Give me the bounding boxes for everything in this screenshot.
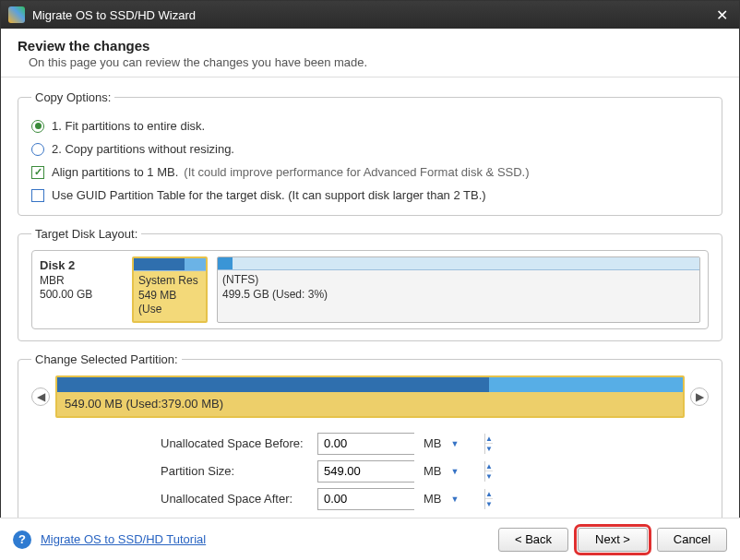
disk-scheme: MBR xyxy=(40,274,123,289)
page-header: Review the changes On this page you can … xyxy=(1,29,739,77)
spin-up-icon[interactable]: ▲ xyxy=(485,489,493,500)
selected-partition-label: 549.00 MB (Used:379.00 MB) xyxy=(57,392,683,416)
prev-partition-button[interactable]: ◀ xyxy=(31,387,50,406)
option-align-partitions[interactable]: ✓ Align partitions to 1 MB. (It could im… xyxy=(31,165,709,179)
checkbox-icon: ✓ xyxy=(31,166,44,179)
unalloc-after-input[interactable]: ▲▼ xyxy=(317,488,414,510)
disk-layout: Disk 2 MBR 500.00 GB System Res 549 MB (… xyxy=(31,250,709,329)
selected-partition-block[interactable]: 549.00 MB (Used:379.00 MB) xyxy=(55,375,685,418)
page-title: Review the changes xyxy=(18,38,722,54)
next-partition-button[interactable]: ▶ xyxy=(690,387,709,406)
unit-label: MB xyxy=(424,492,442,506)
option-fit-partitions[interactable]: 1. Fit partitions to entire disk. xyxy=(31,119,709,133)
unit-dropdown[interactable]: ▼ xyxy=(448,439,463,448)
disk-name: Disk 2 xyxy=(40,258,123,274)
disk-size: 500.00 GB xyxy=(40,288,123,303)
titlebar: Migrate OS to SSD/HD Wizard ✕ xyxy=(1,1,739,29)
unalloc-before-input[interactable]: ▲▼ xyxy=(317,433,414,455)
spin-down-icon[interactable]: ▼ xyxy=(485,471,493,482)
unit-label: MB xyxy=(424,436,442,450)
close-icon[interactable]: ✕ xyxy=(712,6,732,24)
footer: ? Migrate OS to SSD/HD Tutorial < Back N… xyxy=(0,518,740,560)
partition-name: (NTFS) xyxy=(222,273,695,288)
unalloc-after-label: Unallocated Space After: xyxy=(161,492,317,506)
target-disk-layout-legend: Target Disk Layout: xyxy=(31,227,141,241)
option-hint: (It could improve performance for Advanc… xyxy=(184,165,529,179)
spin-down-icon[interactable]: ▼ xyxy=(485,499,493,509)
help-icon[interactable]: ? xyxy=(13,530,31,549)
spin-up-icon[interactable]: ▲ xyxy=(485,434,493,445)
partition-ntfs[interactable]: (NTFS) 499.5 GB (Used: 3%) xyxy=(217,256,700,323)
page-subtitle: On this page you can review the changes … xyxy=(29,55,722,69)
next-button[interactable]: Next > xyxy=(578,528,648,552)
spin-down-icon[interactable]: ▼ xyxy=(485,444,493,454)
option-label: 1. Fit partitions to entire disk. xyxy=(52,119,205,133)
partition-sub: 499.5 GB (Used: 3%) xyxy=(222,288,695,303)
partition-sub: 549 MB (Use xyxy=(138,289,201,317)
unit-dropdown[interactable]: ▼ xyxy=(448,494,463,504)
app-icon xyxy=(8,6,25,23)
change-partition-group: Change Selected Partition: ◀ 549.00 MB (… xyxy=(18,352,722,528)
radio-icon xyxy=(31,120,44,133)
disk-info: Disk 2 MBR 500.00 GB xyxy=(40,256,123,323)
window-title: Migrate OS to SSD/HD Wizard xyxy=(32,8,196,22)
unit-dropdown[interactable]: ▼ xyxy=(448,467,463,476)
checkbox-icon: ✓ xyxy=(31,189,44,202)
spin-up-icon[interactable]: ▲ xyxy=(485,461,493,472)
radio-icon xyxy=(31,143,44,156)
partition-size-input[interactable]: ▲▼ xyxy=(317,460,414,483)
partition-size-label: Partition Size: xyxy=(161,464,317,478)
copy-options-legend: Copy Options: xyxy=(31,90,114,104)
unit-label: MB xyxy=(424,464,442,478)
option-copy-without-resizing[interactable]: 2. Copy partitions without resizing. xyxy=(31,142,709,156)
change-partition-legend: Change Selected Partition: xyxy=(31,352,182,366)
copy-options-group: Copy Options: 1. Fit partitions to entir… xyxy=(18,90,722,216)
option-label: 2. Copy partitions without resizing. xyxy=(52,142,234,156)
target-disk-layout-group: Target Disk Layout: Disk 2 MBR 500.00 GB… xyxy=(18,227,722,341)
back-button[interactable]: < Back xyxy=(498,528,568,552)
partition-system-reserved[interactable]: System Res 549 MB (Use xyxy=(132,256,208,323)
tutorial-link[interactable]: Migrate OS to SSD/HD Tutorial xyxy=(41,532,206,546)
partition-usage-bar xyxy=(57,377,683,392)
partition-usage-bar xyxy=(218,257,699,270)
option-label: Use GUID Partition Table for the target … xyxy=(52,188,486,202)
cancel-button[interactable]: Cancel xyxy=(657,528,727,552)
option-label: Align partitions to 1 MB. xyxy=(52,165,178,179)
partition-usage-bar xyxy=(134,258,206,271)
unalloc-before-label: Unallocated Space Before: xyxy=(161,436,317,450)
option-use-gpt[interactable]: ✓ Use GUID Partition Table for the targe… xyxy=(31,188,709,202)
partition-name: System Res xyxy=(138,274,201,289)
